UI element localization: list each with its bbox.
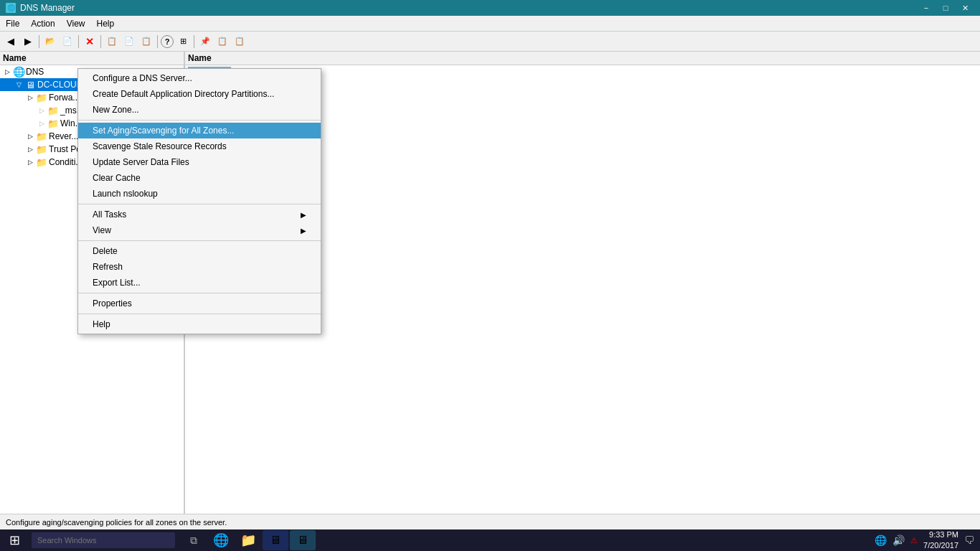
toolbar-separator-4: [157, 35, 158, 48]
ctx-delete-label: Delete: [93, 246, 118, 256]
ctx-scavenge-label: Scavenge Stale Resource Records: [93, 141, 227, 151]
folder-reverse-icon: 📁: [36, 131, 47, 142]
statusbar-text: Configure aging/scavenging policies for …: [6, 518, 227, 527]
ctx-update-server[interactable]: Update Server Data Files: [78, 154, 321, 170]
toolbar: ◀ ▶ 📂 📄 ✕ 📋 📄 📋 ? ⊞ 📌 📋 📋: [0, 32, 980, 52]
ctx-refresh[interactable]: Refresh: [78, 259, 321, 275]
expand-ms[interactable]: ▷: [36, 107, 47, 114]
folder-ms-icon: 📁: [47, 105, 59, 116]
pin-button[interactable]: 📌: [197, 34, 213, 50]
forward-button[interactable]: ▶: [20, 34, 36, 50]
ctx-refresh-label: Refresh: [93, 262, 123, 272]
ctx-configure-dns[interactable]: Configure a DNS Server...: [78, 70, 321, 86]
menu-file[interactable]: File: [0, 16, 25, 31]
more-button[interactable]: 📋: [138, 34, 154, 50]
maximize-button[interactable]: □: [936, 0, 955, 16]
explorer-button[interactable]: 📁: [235, 530, 261, 550]
ctx-help-label: Help: [93, 319, 110, 329]
expand-forward[interactable]: ▷: [24, 94, 36, 101]
taskbar-tasks: ⧉ 🌐 📁 🖥 🖥: [181, 530, 316, 550]
ctx-export-list[interactable]: Export List...: [78, 275, 321, 291]
tree-header: Name: [0, 52, 184, 65]
ctx-new-zone[interactable]: New Zone...: [78, 102, 321, 118]
ctx-launch-nslookup-label: Launch nslookup: [93, 189, 158, 199]
expand-reverse[interactable]: ▷: [24, 133, 36, 140]
dns-icon: 🌐: [13, 66, 24, 77]
minimize-button[interactable]: −: [917, 0, 936, 16]
ctx-delete[interactable]: Delete: [78, 243, 321, 259]
ctx-separator-3: [78, 240, 321, 241]
close-button[interactable]: ✕: [956, 0, 974, 16]
panel-button[interactable]: ⊞: [175, 34, 191, 50]
properties-button[interactable]: 📄: [60, 34, 75, 50]
task-view-button[interactable]: ⧉: [181, 530, 207, 550]
expand-conditional[interactable]: ▷: [24, 159, 36, 166]
back-button[interactable]: ◀: [3, 34, 19, 50]
expand-win[interactable]: ▷: [36, 120, 47, 127]
folder-conditional-icon: 📁: [36, 156, 47, 168]
paste-button[interactable]: 📋: [232, 34, 248, 50]
network-icon: 🌐: [875, 534, 887, 546]
ctx-properties-label: Properties: [93, 298, 132, 309]
help-button[interactable]: ?: [161, 35, 174, 48]
folder-trust-icon: 📁: [36, 143, 47, 155]
ctx-create-partitions[interactable]: Create Default Application Directory Par…: [78, 86, 321, 102]
tree-label-dc-cloud: DC-CLOUD: [37, 80, 83, 90]
menu-action[interactable]: Action: [25, 16, 60, 31]
menu-help[interactable]: Help: [91, 16, 121, 31]
ctx-export-list-label: Export List...: [93, 278, 141, 288]
ctx-clear-cache[interactable]: Clear Cache: [78, 170, 321, 186]
start-button[interactable]: ⊞: [0, 529, 29, 551]
clock[interactable]: 9:33 PM 7/20/2017: [923, 529, 958, 551]
cmd-button[interactable]: 🖥: [263, 530, 288, 550]
ctx-update-server-label: Update Server Data Files: [93, 157, 189, 167]
copy-button[interactable]: 📋: [215, 34, 230, 50]
ctx-separator-4: [78, 293, 321, 293]
folder-win-icon: 📁: [47, 118, 59, 129]
server-icon: 🖥: [24, 79, 36, 90]
ctx-help[interactable]: Help: [78, 316, 321, 332]
dns-mgr-button[interactable]: 🖥: [290, 530, 316, 550]
search-input[interactable]: [32, 532, 175, 548]
expand-dns[interactable]: ▷: [1, 68, 13, 75]
ctx-clear-cache-label: Clear Cache: [93, 173, 141, 183]
context-menu: Configure a DNS Server... Create Default…: [77, 68, 321, 334]
browse-button[interactable]: 📂: [42, 34, 58, 50]
toolbar-separator-3: [100, 35, 101, 48]
ctx-create-partitions-label: Create Default Application Directory Par…: [93, 89, 274, 99]
expand-dc-cloud[interactable]: ▽: [13, 81, 24, 88]
titlebar-title: DNS Manager: [20, 3, 75, 13]
ctx-scavenge[interactable]: Scavenge Stale Resource Records: [78, 138, 321, 154]
notification-icon[interactable]: 🗨: [964, 534, 974, 546]
ie-button[interactable]: 🌐: [208, 530, 234, 550]
volume-icon: 🔊: [892, 534, 905, 546]
ctx-all-tasks-arrow: ▶: [301, 211, 306, 219]
ctx-properties[interactable]: Properties: [78, 296, 321, 311]
menu-view[interactable]: View: [61, 16, 91, 31]
ctx-set-aging[interactable]: Set Aging/Scavenging for All Zones...: [78, 123, 321, 138]
ctx-configure-dns-label: Configure a DNS Server...: [93, 73, 192, 83]
folder-forward-icon: 📁: [36, 92, 47, 103]
clock-date: 7/20/2017: [923, 540, 958, 551]
import-button[interactable]: 📄: [121, 34, 137, 50]
titlebar-controls: − □ ✕: [917, 0, 974, 16]
ctx-launch-nslookup[interactable]: Launch nslookup: [78, 186, 321, 202]
ctx-view[interactable]: View ▶: [78, 222, 321, 238]
delete-button[interactable]: ✕: [82, 34, 98, 50]
toolbar-separator-1: [39, 35, 39, 48]
ctx-separator-5: [78, 314, 321, 314]
ctx-separator-1: [78, 120, 321, 121]
ctx-view-arrow: ▶: [301, 227, 306, 235]
taskbar: ⊞ ⧉ 🌐 📁 🖥 🖥 🌐 🔊 ⚠ 9:33 PM 7/20/2017 🗨: [0, 529, 980, 551]
titlebar: 🌐 DNS Manager − □ ✕: [0, 0, 980, 16]
ctx-view-label: View: [93, 225, 111, 235]
toolbar-separator-5: [194, 35, 194, 48]
statusbar: Configure aging/scavenging policies for …: [0, 514, 980, 529]
menubar: File Action View Help: [0, 16, 980, 32]
export-button[interactable]: 📋: [104, 34, 120, 50]
ctx-new-zone-label: New Zone...: [93, 105, 139, 115]
ctx-set-aging-label: Set Aging/Scavenging for All Zones...: [93, 126, 234, 136]
ctx-all-tasks[interactable]: All Tasks ▶: [78, 207, 321, 222]
titlebar-left: 🌐 DNS Manager: [6, 3, 75, 13]
expand-trust[interactable]: ▷: [24, 146, 36, 153]
